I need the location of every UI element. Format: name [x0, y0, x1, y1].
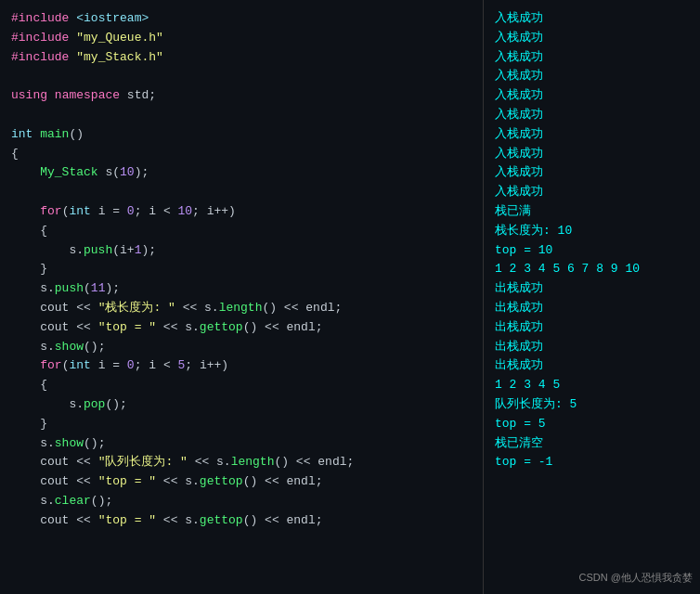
code-line-11: for(int i = 0; i < 10; i++)	[11, 202, 472, 222]
output-line-20: 1 2 3 4 5	[495, 376, 689, 395]
output-line-6: 入栈成功	[495, 106, 689, 125]
output-line-19: 出栈成功	[495, 356, 689, 376]
output-line-11: 栈已满	[495, 202, 689, 222]
output-line-4: 入栈成功	[495, 67, 689, 86]
code-line-20: {	[11, 376, 472, 395]
output-line-7: 入栈成功	[495, 125, 689, 145]
code-line-27: cout << "top = " << s.gettop() << endl;	[11, 511, 472, 531]
code-line-15: s.push(11);	[11, 279, 472, 299]
output-line-5: 入栈成功	[495, 86, 689, 106]
code-line-8: {	[11, 145, 472, 164]
output-line-12: 栈长度为: 10	[495, 222, 689, 241]
code-line-23: s.show();	[11, 434, 472, 454]
code-line-25: cout << "top = " << s.gettop() << endl;	[11, 472, 472, 492]
output-line-16: 出栈成功	[495, 299, 689, 318]
code-panel: #include <iostream> #include "my_Queue.h…	[0, 0, 483, 594]
code-line-26: s.clear();	[11, 492, 472, 511]
code-line-5: using namespace std;	[11, 86, 472, 106]
code-line-18: s.show();	[11, 338, 472, 357]
code-line-24: cout << "队列长度为: " << s.length() << endl;	[11, 453, 472, 472]
code-line-1: #include <iostream>	[11, 9, 472, 29]
code-line-6	[11, 106, 472, 125]
code-line-3: #include "my_Stack.h"	[11, 48, 472, 68]
code-line-22: }	[11, 415, 472, 434]
code-line-2: #include "my_Queue.h"	[11, 29, 472, 48]
code-line-13: s.push(i+1);	[11, 241, 472, 261]
output-line-22: top = 5	[495, 415, 689, 434]
output-line-13: top = 10	[495, 241, 689, 261]
output-line-18: 出栈成功	[495, 338, 689, 357]
output-line-3: 入栈成功	[495, 48, 689, 68]
output-line-8: 入栈成功	[495, 145, 689, 164]
code-line-14: }	[11, 260, 472, 279]
main-container: #include <iostream> #include "my_Queue.h…	[0, 0, 700, 594]
output-line-14: 1 2 3 4 5 6 7 8 9 10	[495, 260, 689, 279]
code-line-19: for(int i = 0; i < 5; i++)	[11, 356, 472, 376]
output-line-23: 栈已清空	[495, 434, 689, 454]
code-line-16: cout << "栈长度为: " << s.length() << endl;	[11, 299, 472, 318]
code-line-9: My_Stack s(10);	[11, 163, 472, 183]
code-line-4	[11, 67, 472, 86]
code-line-17: cout << "top = " << s.gettop() << endl;	[11, 318, 472, 338]
code-line-12: {	[11, 222, 472, 241]
code-line-21: s.pop();	[11, 395, 472, 415]
output-line-24: top = -1	[495, 453, 689, 472]
output-line-15: 出栈成功	[495, 279, 689, 299]
code-line-10	[11, 183, 472, 202]
code-line-7: int main()	[11, 125, 472, 145]
output-line-1: 入栈成功	[495, 9, 689, 29]
output-line-17: 出栈成功	[495, 318, 689, 338]
output-line-10: 入栈成功	[495, 183, 689, 202]
output-line-21: 队列长度为: 5	[495, 395, 689, 415]
output-line-9: 入栈成功	[495, 163, 689, 183]
watermark: CSDN @他人恐惧我贪婪	[579, 570, 693, 587]
output-panel: 入栈成功 入栈成功 入栈成功 入栈成功 入栈成功 入栈成功 入栈成功 入栈成功 …	[483, 0, 700, 594]
output-line-2: 入栈成功	[495, 29, 689, 48]
